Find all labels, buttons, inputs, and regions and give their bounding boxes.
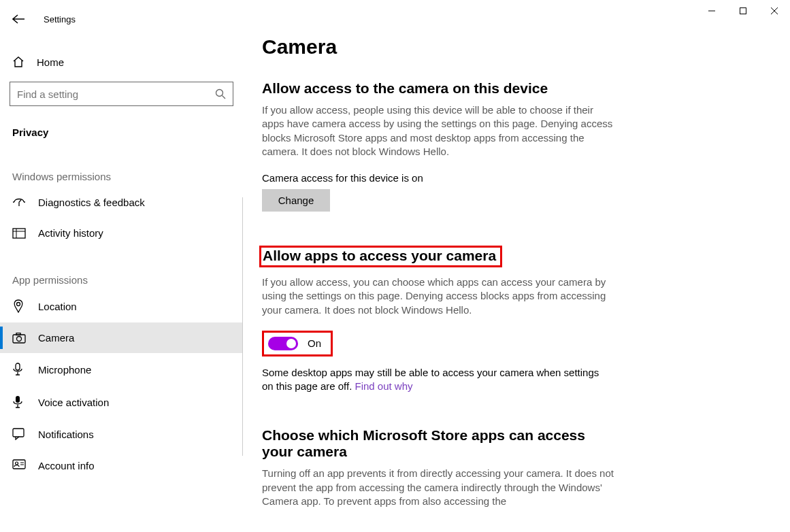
sidebar-group-app: App permissions — [0, 248, 243, 290]
search-input-container[interactable] — [10, 82, 233, 106]
sidebar-item-label: Microphone — [38, 364, 91, 376]
note-text: Some desktop apps may still be able to a… — [262, 367, 599, 392]
svg-point-4 — [216, 90, 223, 97]
sidebar-item-account[interactable]: Account info — [0, 450, 243, 481]
notifications-icon — [12, 428, 26, 440]
svg-point-11 — [17, 336, 22, 341]
sidebar-item-notifications[interactable]: Notifications — [0, 418, 243, 450]
sidebar-section-current: Privacy — [0, 106, 243, 145]
highlight-section2-heading: Allow apps to access your camera — [259, 246, 502, 267]
section3-heading: Choose which Microsoft Store apps can ac… — [262, 427, 602, 460]
sidebar-item-label: Voice activation — [38, 397, 109, 408]
camera-icon — [12, 333, 26, 344]
svg-rect-12 — [16, 333, 20, 335]
account-icon — [12, 459, 26, 471]
svg-rect-6 — [13, 229, 25, 238]
svg-rect-14 — [16, 396, 20, 403]
sidebar-item-label: Location — [38, 301, 77, 312]
back-icon[interactable] — [12, 14, 24, 24]
sidebar-item-label: Camera — [38, 332, 74, 344]
desktop-apps-note: Some desktop apps may still be able to a… — [262, 366, 602, 394]
sidebar: Settings Home Privacy Windows permission… — [0, 0, 243, 532]
sidebar-item-label: Notifications — [38, 429, 94, 440]
svg-rect-1 — [740, 8, 746, 14]
svg-rect-15 — [13, 429, 24, 437]
camera-access-status: Camera access for this device is on — [262, 172, 790, 184]
section3-desc: Turning off an app prevents it from dire… — [262, 467, 616, 508]
main-content: Camera Allow access to the camera on thi… — [243, 0, 790, 532]
toggle-state-label: On — [308, 337, 321, 349]
section2-heading: Allow apps to access your camera — [263, 248, 496, 264]
svg-point-9 — [17, 303, 20, 306]
svg-line-5 — [223, 96, 226, 99]
minimize-button[interactable] — [696, 0, 727, 22]
section1-heading: Allow access to the camera on this devic… — [262, 80, 790, 97]
maximize-button[interactable] — [727, 0, 759, 22]
change-button[interactable]: Change — [262, 189, 330, 212]
history-icon — [12, 228, 26, 239]
search-input[interactable] — [17, 88, 194, 100]
sidebar-item-voice[interactable]: Voice activation — [0, 386, 243, 418]
home-icon — [12, 56, 26, 68]
sidebar-item-camera[interactable]: Camera — [0, 322, 243, 353]
highlight-toggle: On — [262, 331, 333, 356]
svg-point-17 — [16, 462, 18, 465]
sidebar-item-label: Diagnostics & feedback — [38, 197, 145, 208]
sidebar-item-activity[interactable]: Activity history — [0, 218, 243, 248]
search-icon — [215, 88, 226, 99]
close-button[interactable] — [759, 0, 790, 22]
find-out-why-link[interactable]: Find out why — [355, 380, 413, 392]
diagnostics-icon — [12, 196, 26, 208]
sidebar-home[interactable]: Home — [0, 46, 243, 78]
sidebar-item-label: Account info — [38, 460, 95, 471]
home-label: Home — [37, 56, 64, 68]
sidebar-item-microphone[interactable]: Microphone — [0, 353, 243, 386]
sidebar-item-location[interactable]: Location — [0, 290, 243, 322]
svg-rect-10 — [13, 335, 25, 343]
microphone-icon — [12, 363, 26, 376]
svg-rect-13 — [16, 363, 20, 370]
apps-access-toggle[interactable] — [268, 337, 298, 350]
window-title: Settings — [44, 14, 76, 24]
sidebar-item-label: Activity history — [38, 227, 103, 239]
section2-desc: If you allow access, you can choose whic… — [262, 276, 616, 317]
sidebar-item-diagnostics[interactable]: Diagnostics & feedback — [0, 186, 243, 218]
page-title: Camera — [262, 35, 790, 59]
voice-icon — [12, 395, 26, 409]
sidebar-group-windows: Windows permissions — [0, 145, 243, 186]
section1-desc: If you allow access, people using this d… — [262, 103, 616, 159]
location-icon — [12, 299, 26, 313]
